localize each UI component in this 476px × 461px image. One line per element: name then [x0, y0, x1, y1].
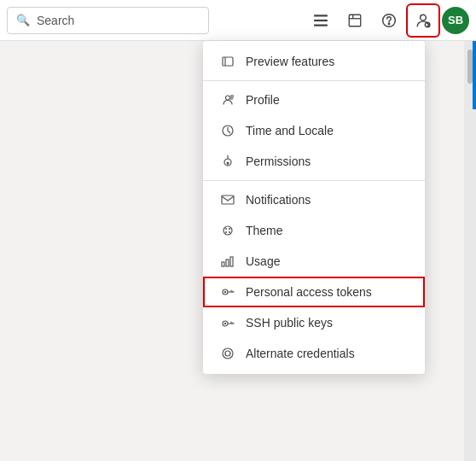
help-icon	[381, 13, 397, 28]
svg-rect-0	[314, 15, 328, 16]
preview-features-icon	[220, 54, 235, 69]
menu-item-time-locale[interactable]: Time and Locale	[203, 115, 425, 146]
accent-bar	[473, 41, 476, 109]
menu-item-personal-access-tokens[interactable]: Personal access tokens	[203, 277, 425, 307]
user-dropdown-menu: Preview features Profile Time a	[203, 41, 425, 374]
notifications-icon	[220, 192, 235, 207]
ssh-public-keys-icon	[220, 315, 235, 330]
profile-label: Profile	[246, 93, 280, 107]
svg-rect-27	[226, 260, 229, 266]
svg-rect-12	[223, 57, 233, 66]
divider-2	[203, 180, 425, 181]
alternate-credentials-label: Alternate credentials	[246, 347, 355, 360]
svg-rect-1	[314, 19, 328, 20]
list-icon	[313, 13, 328, 28]
time-locale-icon	[220, 123, 235, 138]
svg-point-21	[223, 226, 232, 235]
svg-point-30	[224, 291, 226, 293]
usage-icon	[220, 254, 235, 269]
package-icon	[347, 13, 363, 28]
svg-point-37	[223, 348, 233, 359]
svg-rect-20	[222, 195, 234, 204]
svg-point-24	[225, 231, 227, 233]
svg-rect-3	[349, 15, 361, 26]
personal-access-tokens-label: Personal access tokens	[246, 285, 372, 299]
usage-label: Usage	[246, 254, 280, 268]
user-settings-icon	[415, 13, 431, 28]
menu-item-alternate-credentials[interactable]: Alternate credentials	[203, 338, 425, 369]
search-label: Search	[37, 14, 74, 27]
avatar[interactable]: SB	[442, 7, 469, 34]
search-box[interactable]: 🔍 Search	[7, 7, 209, 34]
alternate-credentials-icon	[220, 346, 235, 361]
theme-icon	[220, 223, 235, 238]
user-icon-button[interactable]	[408, 5, 438, 36]
personal-access-tokens-icon	[220, 284, 235, 300]
search-icon: 🔍	[16, 14, 30, 26]
svg-rect-28	[230, 257, 233, 266]
divider-1	[203, 80, 425, 81]
svg-point-35	[224, 323, 226, 324]
profile-icon	[220, 92, 235, 108]
svg-point-23	[229, 228, 230, 230]
theme-label: Theme	[246, 224, 283, 237]
svg-rect-26	[222, 262, 224, 266]
svg-point-22	[225, 228, 227, 230]
list-icon-button[interactable]	[305, 5, 336, 36]
menu-item-theme[interactable]: Theme	[203, 215, 425, 246]
menu-item-usage[interactable]: Usage	[203, 246, 425, 277]
ssh-public-keys-label: SSH public keys	[246, 316, 333, 330]
menu-item-notifications[interactable]: Notifications	[203, 184, 425, 215]
svg-point-25	[229, 231, 230, 233]
svg-rect-2	[314, 24, 328, 26]
svg-point-7	[388, 23, 389, 24]
menu-item-profile[interactable]: Profile	[203, 85, 425, 115]
menu-item-ssh-public-keys[interactable]: SSH public keys	[203, 307, 425, 338]
help-icon-button[interactable]	[374, 5, 404, 36]
permissions-icon	[220, 154, 235, 169]
header: 🔍 Search SB	[0, 0, 476, 41]
main-content: Preview features Profile Time a	[0, 41, 476, 461]
svg-point-8	[421, 15, 427, 20]
notifications-label: Notifications	[246, 193, 311, 207]
menu-item-preview-features[interactable]: Preview features	[203, 46, 425, 77]
time-locale-label: Time and Locale	[246, 124, 334, 137]
package-icon-button[interactable]	[340, 5, 370, 36]
preview-features-label: Preview features	[246, 55, 334, 68]
svg-point-14	[226, 96, 230, 100]
permissions-label: Permissions	[246, 155, 311, 168]
menu-item-permissions[interactable]: Permissions	[203, 146, 425, 177]
